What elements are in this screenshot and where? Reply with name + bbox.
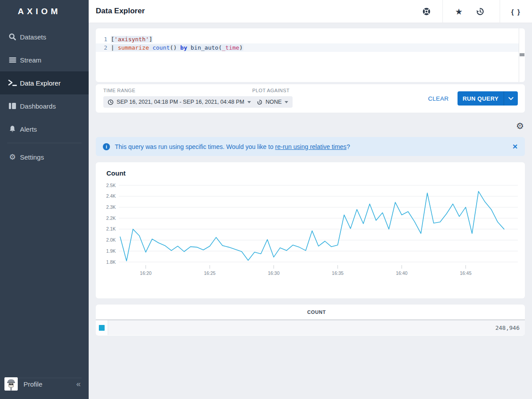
results-table: COUNT 248,946 (96, 305, 525, 336)
braces-icon[interactable]: { } (508, 4, 524, 20)
svg-text:1.8K: 1.8K (106, 259, 116, 265)
sidebar: AXIOM Datasets Stream Data Explorer Dash… (0, 0, 89, 399)
terminal-icon (8, 79, 17, 86)
topbar: Data Explorer ★ { } (89, 0, 532, 23)
sidebar-item-label: Settings (20, 153, 44, 161)
help-lifebuoy-icon[interactable] (419, 4, 434, 20)
sidebar-item-dashboards[interactable]: Dashboards (0, 94, 89, 117)
plot-against-label: PLOT AGAINST (252, 88, 289, 93)
count-column-header: COUNT (108, 309, 525, 315)
line-number: 2 (96, 43, 107, 52)
svg-text:16:20: 16:20 (140, 270, 152, 276)
stream-icon (8, 56, 17, 63)
sidebar-item-stream[interactable]: Stream (0, 48, 89, 71)
banner-text: This query was run using specific times.… (115, 143, 350, 150)
info-banner: i This query was run using specific time… (96, 137, 525, 156)
editor-scrollbar-thumb[interactable] (520, 53, 524, 56)
search-icon (8, 33, 17, 41)
sidebar-item-alerts[interactable]: Alerts (0, 117, 89, 141)
legend-cell (96, 320, 108, 335)
code-text: | summarize count() by bin_auto(_time) (111, 43, 243, 52)
chevron-down-icon (285, 101, 288, 103)
app-window: AXIOM Datasets Stream Data Explorer Dash… (0, 0, 532, 399)
svg-text:2.3K: 2.3K (106, 204, 116, 210)
bell-icon (8, 125, 17, 133)
table-header-row: COUNT (96, 305, 525, 320)
profile-label: Profile (23, 380, 43, 388)
svg-text:16:25: 16:25 (204, 270, 215, 276)
sidebar-item-label: Datasets (20, 33, 46, 41)
chevron-down-icon (509, 97, 513, 100)
code-line-1: 1 ['axisynth'] (96, 35, 519, 43)
editor-scrollbar (519, 28, 525, 82)
count-chart[interactable]: 2.5K2.4K2.3K2.2K2.1K2.0K1.9K1.8K16:2016:… (106, 180, 518, 292)
gear-icon: ⚙ (8, 153, 17, 161)
profile-button[interactable]: Profile « (0, 372, 89, 395)
star-icon[interactable]: ★ (451, 4, 467, 20)
query-code-editor[interactable]: 1 ['axisynth'] 2 | summarize count() by … (96, 28, 519, 82)
close-icon[interactable]: ✕ (512, 143, 518, 151)
sidebar-divider (7, 143, 82, 143)
svg-text:16:45: 16:45 (460, 270, 471, 276)
dashboards-icon (8, 102, 17, 110)
plot-against-button[interactable]: NONE (252, 96, 293, 108)
chart-title: Count (106, 169, 125, 177)
sidebar-item-label: Dashboards (20, 102, 56, 110)
chevron-down-icon (247, 101, 251, 103)
table-row: 248,946 (96, 320, 525, 335)
sidebar-item-label: Alerts (20, 125, 37, 133)
run-query-label: RUN QUERY (458, 95, 504, 102)
plot-against-value: NONE (266, 99, 282, 105)
topbar-divider (442, 0, 443, 23)
topbar-divider (500, 0, 500, 23)
svg-text:16:30: 16:30 (268, 270, 279, 276)
history-icon[interactable] (472, 4, 488, 20)
series-legend-swatch (99, 325, 105, 331)
svg-text:1.9K: 1.9K (106, 248, 116, 254)
clear-button[interactable]: CLEAR (428, 95, 449, 102)
svg-text:2.0K: 2.0K (106, 237, 116, 243)
run-query-dropdown-button[interactable] (504, 91, 518, 106)
sidebar-item-data-explorer[interactable]: Data Explorer (0, 71, 89, 94)
count-value: 248,946 (108, 320, 525, 335)
query-controls-card: TIME RANGE SEP 16, 2021, 04:18 PM - SEP … (96, 84, 525, 113)
page-title: Data Explorer (96, 7, 145, 16)
collapse-sidebar-icon[interactable]: « (76, 379, 81, 389)
rerun-relative-times-link[interactable]: re-run using relative times (275, 143, 347, 150)
history-small-icon (257, 99, 262, 105)
avatar (4, 377, 18, 391)
svg-text:16:35: 16:35 (332, 270, 344, 276)
info-icon: i (103, 143, 110, 150)
code-line-2: 2 | summarize count() by bin_auto(_time) (96, 43, 519, 52)
svg-text:16:40: 16:40 (396, 270, 407, 276)
code-text: ['axisynth'] (111, 35, 153, 43)
time-range-label: TIME RANGE (103, 88, 135, 93)
axiom-logo: AXIOM (18, 7, 61, 16)
sidebar-item-datasets[interactable]: Datasets (0, 25, 89, 48)
clock-icon (108, 99, 113, 105)
svg-text:2.5K: 2.5K (106, 183, 116, 188)
svg-text:2.2K: 2.2K (106, 215, 116, 221)
query-options-gear-button[interactable]: ⚙ (515, 121, 525, 131)
run-query-button[interactable]: RUN QUERY (458, 91, 518, 106)
time-range-button[interactable]: SEP 16, 2021, 04:18 PM - SEP 16, 2021, 0… (103, 96, 255, 108)
time-range-value: SEP 16, 2021, 04:18 PM - SEP 16, 2021, 0… (117, 99, 244, 105)
svg-text:2.1K: 2.1K (106, 226, 116, 231)
chart-card: Count 2.5K2.4K2.3K2.2K2.1K2.0K1.9K1.8K16… (96, 162, 525, 298)
line-number: 1 (96, 35, 107, 43)
sidebar-item-label: Data Explorer (20, 79, 61, 87)
query-editor-card: 1 ['axisynth'] 2 | summarize count() by … (96, 28, 525, 82)
sidebar-item-settings[interactable]: ⚙ Settings (0, 145, 89, 168)
svg-text:2.4K: 2.4K (106, 193, 116, 199)
sidebar-item-label: Stream (20, 56, 41, 64)
